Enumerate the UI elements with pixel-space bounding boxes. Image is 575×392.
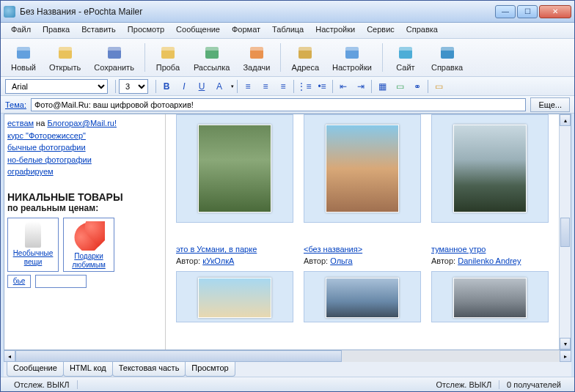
- toolbar-site[interactable]: Сайт: [387, 40, 424, 75]
- table-button[interactable]: ▦: [375, 79, 389, 94]
- subject-label[interactable]: Тема:: [5, 100, 26, 109]
- photo-thumbnail[interactable]: [453, 278, 527, 318]
- left-pane: ествам на Блогорах@Mail.ru! курс "Фоторе…: [4, 114, 166, 350]
- toolbar-addresses[interactable]: Адреса: [285, 40, 325, 75]
- tab-preview[interactable]: Просмтор: [185, 362, 235, 377]
- promo-item-empty[interactable]: [35, 275, 87, 288]
- menu-edit[interactable]: Правка: [37, 23, 76, 38]
- photo-title-link[interactable]: <без названия>: [304, 245, 362, 254]
- menu-insert[interactable]: Вставить: [76, 23, 122, 38]
- bullet-list-button[interactable]: •≡: [315, 79, 329, 94]
- settings-icon: [343, 44, 361, 62]
- window-title: Без Названия - ePochta Mailer: [20, 7, 495, 17]
- photo-thumbnail[interactable]: [453, 125, 527, 212]
- indent-button[interactable]: ⇥: [354, 79, 368, 94]
- photo-frame: [431, 271, 549, 322]
- numbered-list-button[interactable]: ⋮≡: [297, 79, 312, 94]
- promo-item-lamp[interactable]: Необычные вещи: [7, 218, 59, 272]
- tab-html[interactable]: HTML код: [63, 362, 113, 377]
- field-button[interactable]: ▭: [431, 79, 446, 94]
- new-message-icon: [15, 44, 32, 62]
- status-tracking-right: Отслеж. ВЫКЛ: [429, 380, 500, 389]
- menu-view[interactable]: Просмотр: [122, 23, 170, 38]
- promo-item-heart[interactable]: Подарки любимым: [63, 218, 114, 272]
- link-button[interactable]: ⚭: [410, 79, 425, 94]
- toolbar-new-message[interactable]: Новый: [5, 40, 42, 75]
- link-blogorah[interactable]: Блогорах@Mail.ru!: [47, 119, 117, 127]
- more-button[interactable]: Еще...: [530, 97, 570, 112]
- scroll-down-button[interactable]: ▾: [560, 338, 571, 350]
- font-select[interactable]: Arial: [5, 79, 108, 94]
- link-shoot[interactable]: ографируем: [7, 167, 54, 176]
- scroll-left-button[interactable]: ◂: [4, 350, 15, 362]
- minimize-button[interactable]: —: [495, 5, 516, 18]
- promo-link-gifts[interactable]: Подарки любимым: [65, 252, 112, 270]
- gallery-pane: это в Усмани, в паркеАвтор: кУкОлкА<без …: [166, 114, 559, 350]
- toolbar-settings[interactable]: Настройки: [326, 40, 378, 75]
- app-icon: [4, 6, 15, 18]
- titlebar[interactable]: Без Названия - ePochta Mailer — ☐ ✕: [1, 1, 574, 23]
- author-link[interactable]: Danilenko Andrey: [458, 256, 521, 265]
- toolbar-label: Справка: [431, 63, 463, 72]
- photo-thumbnail[interactable]: [198, 125, 271, 212]
- maximize-button[interactable]: ☐: [517, 5, 538, 18]
- toolbar-open[interactable]: Открыть: [43, 40, 87, 75]
- scroll-up-button[interactable]: ▴: [560, 114, 571, 126]
- menu-message[interactable]: Сообщение: [170, 23, 226, 38]
- toolbar-help[interactable]: Справка: [425, 40, 469, 75]
- underline-button[interactable]: U: [194, 79, 209, 94]
- bold-button[interactable]: B: [159, 79, 174, 94]
- align-right-button[interactable]: ≡: [276, 79, 290, 94]
- svg-rect-15: [345, 47, 359, 51]
- toolbar-label: Настройки: [332, 63, 372, 72]
- author-link[interactable]: кУкОлкА: [202, 256, 234, 265]
- toolbar-test[interactable]: Проба: [150, 40, 186, 75]
- menu-settings[interactable]: Настройки: [310, 23, 361, 38]
- photo-thumbnail[interactable]: [198, 278, 271, 318]
- promo-link-cut[interactable]: бье: [10, 277, 29, 286]
- font-color-button[interactable]: A: [212, 79, 227, 94]
- subject-input[interactable]: [31, 98, 526, 111]
- tab-text[interactable]: Текстовая часть: [112, 362, 186, 377]
- align-left-button[interactable]: ≡: [241, 79, 255, 94]
- vertical-scrollbar[interactable]: ▴ ▾: [559, 114, 571, 350]
- link-unusual[interactable]: бычные фотографии: [7, 143, 86, 152]
- promo-item-cut[interactable]: бье: [7, 275, 31, 288]
- photo-thumbnail[interactable]: [326, 125, 399, 212]
- menu-help[interactable]: Справка: [400, 23, 444, 38]
- link-bw[interactable]: но-белые фотографии: [7, 155, 92, 164]
- photo-title-link[interactable]: это в Усмани, в парке: [176, 245, 257, 254]
- align-center-button[interactable]: ≡: [258, 79, 273, 94]
- size-select[interactable]: 3: [119, 79, 148, 94]
- photo-thumbnail[interactable]: [326, 278, 399, 318]
- promo-link-unusual[interactable]: Необычные вещи: [10, 249, 56, 267]
- link-course[interactable]: курс "Фоторежиссер": [7, 131, 86, 140]
- toolbar-tasks[interactable]: Задачи: [237, 40, 276, 75]
- photo-author: Автор: кУкОлкА: [176, 256, 293, 265]
- photo-title-link[interactable]: туманное утро: [431, 245, 486, 254]
- gallery-card: [304, 271, 421, 322]
- toolbar-send[interactable]: Рассылка: [188, 40, 236, 75]
- italic-button[interactable]: I: [177, 79, 191, 94]
- image-button[interactable]: ▭: [392, 79, 407, 94]
- menu-format[interactable]: Формат: [226, 23, 266, 38]
- outdent-button[interactable]: ⇤: [336, 79, 351, 94]
- addresses-icon: [296, 44, 314, 62]
- toolbar-label: Открыть: [49, 63, 81, 72]
- horizontal-scrollbar[interactable]: ◂ ▸: [4, 350, 571, 362]
- tab-message[interactable]: Сообщение: [7, 362, 64, 377]
- menu-file[interactable]: Файл: [5, 23, 37, 38]
- scroll-thumb[interactable]: [560, 218, 570, 247]
- menu-table[interactable]: Таблица: [266, 23, 310, 38]
- close-button[interactable]: ✕: [539, 5, 571, 18]
- link-events[interactable]: ествам: [7, 119, 34, 127]
- toolbar-save[interactable]: Сохранить: [88, 40, 140, 75]
- scroll-right-button[interactable]: ▸: [560, 350, 571, 362]
- test-icon: [159, 44, 177, 62]
- author-link[interactable]: Ольга: [330, 256, 352, 265]
- toolbar-label: Рассылка: [194, 63, 230, 72]
- menu-service[interactable]: Сервис: [361, 23, 400, 38]
- h-scroll-thumb[interactable]: [15, 350, 342, 362]
- subject-bar: Тема: Еще...: [1, 96, 574, 114]
- gallery-card: [431, 271, 549, 322]
